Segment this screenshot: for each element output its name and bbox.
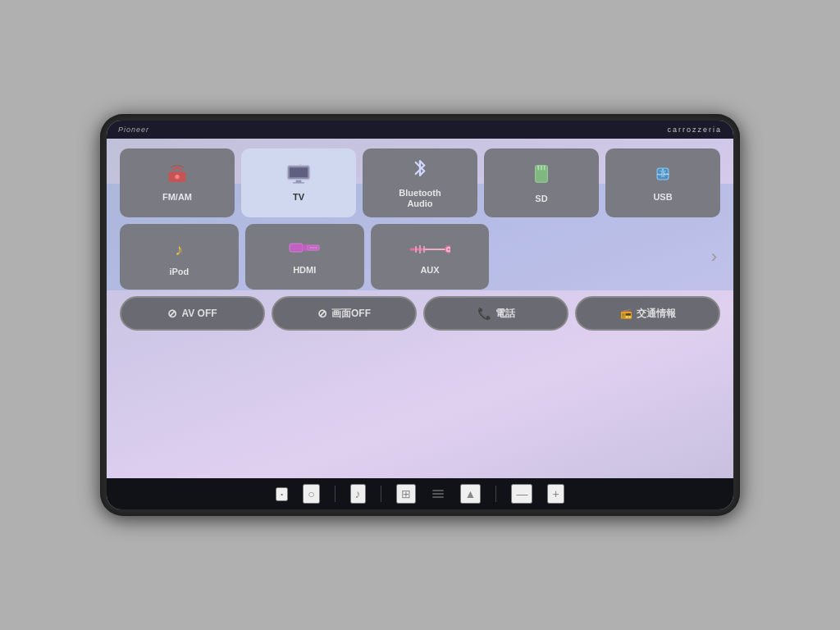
- traffic-button[interactable]: 📻 交通情報: [575, 296, 720, 331]
- usb-button[interactable]: ⊣⊢ USB: [605, 148, 720, 217]
- ctrl-minus[interactable]: —: [511, 484, 532, 504]
- top-bar: Pioneer carrozzeria: [107, 121, 733, 139]
- usb-icon: ⊣⊢: [651, 164, 674, 187]
- svg-rect-6: [290, 167, 308, 177]
- aux-label: AUX: [420, 265, 439, 276]
- screenoff-icon: ⊘: [317, 307, 327, 320]
- fmam-button[interactable]: FM/AM: [120, 148, 235, 217]
- avoff-button[interactable]: ⊘ AV OFF: [120, 296, 265, 331]
- aux-button[interactable]: AUX: [371, 224, 490, 290]
- phone-button[interactable]: 📞 電話: [423, 296, 568, 331]
- car-unit: Pioneer carrozzeria FM/AM: [100, 114, 740, 516]
- ctrl-speaker: [431, 488, 445, 500]
- ctrl-nav[interactable]: ▲: [460, 484, 482, 504]
- phone-icon: 📞: [477, 307, 491, 320]
- avoff-icon: ⊘: [167, 307, 177, 320]
- brand-pioneer: Pioneer: [118, 126, 149, 134]
- hdmi-icon: [288, 239, 321, 260]
- screenoff-button[interactable]: ⊘ 画面OFF: [272, 296, 417, 331]
- ctrl-divider-3: [495, 486, 496, 502]
- hdmi-button[interactable]: HDMI: [245, 224, 364, 290]
- hdmi-label: HDMI: [293, 265, 316, 276]
- control-bar: • ○ ♪ ⊞ ▲ — +: [107, 478, 733, 509]
- screen: Pioneer carrozzeria FM/AM: [107, 121, 733, 509]
- sd-icon: [532, 162, 551, 189]
- action-buttons-row: ⊘ AV OFF ⊘ 画面OFF 📞 電話 📻 交通情報: [120, 296, 720, 331]
- tv-label: TV: [293, 192, 304, 203]
- chevron-right-icon[interactable]: ›: [711, 246, 717, 267]
- bluetooth-label: BluetoothAudio: [399, 188, 441, 209]
- ctrl-dot[interactable]: •: [276, 487, 288, 501]
- aux-icon: [409, 239, 450, 260]
- avoff-label: AV OFF: [181, 308, 217, 319]
- svg-rect-14: [544, 165, 546, 170]
- ctrl-divider-2: [381, 486, 381, 502]
- traffic-icon: 📻: [620, 308, 632, 319]
- phone-label: 電話: [495, 307, 515, 321]
- svg-text:♪: ♪: [175, 240, 183, 258]
- svg-rect-13: [541, 165, 542, 170]
- svg-point-1: [175, 174, 179, 178]
- bluetooth-icon: [409, 157, 431, 183]
- ctrl-divider-1: [335, 486, 336, 502]
- ipod-button[interactable]: ♪ iPod: [120, 224, 239, 290]
- bluetooth-button[interactable]: BluetoothAudio: [363, 148, 477, 217]
- ctrl-music[interactable]: ♪: [350, 484, 366, 504]
- ctrl-grid[interactable]: ⊞: [396, 484, 416, 504]
- svg-rect-4: [296, 180, 302, 182]
- ipod-icon: ♪: [170, 237, 188, 262]
- sd-label: SD: [535, 194, 547, 204]
- traffic-label: 交通情報: [637, 307, 676, 321]
- usb-label: USB: [653, 192, 672, 203]
- ctrl-circle[interactable]: ○: [303, 484, 319, 504]
- fmam-icon: [166, 164, 189, 187]
- screenoff-label: 画面OFF: [331, 307, 371, 321]
- sd-button[interactable]: SD: [484, 148, 599, 217]
- ctrl-plus[interactable]: +: [547, 484, 564, 504]
- grid-row-2: ♪ iPod HDMI: [120, 224, 720, 290]
- svg-rect-12: [537, 165, 539, 170]
- fmam-label: FM/AM: [162, 192, 192, 203]
- svg-rect-5: [293, 182, 304, 183]
- svg-point-17: [662, 168, 664, 171]
- svg-rect-19: [290, 244, 303, 252]
- ipod-label: iPod: [169, 267, 189, 277]
- svg-point-25: [447, 248, 450, 250]
- grid-row-1: FM/AM TV: [120, 148, 720, 217]
- tv-icon: [285, 164, 312, 187]
- brand-carrozzeria: carrozzeria: [667, 126, 722, 134]
- main-content: FM/AM TV: [107, 139, 733, 478]
- tv-button[interactable]: TV: [241, 148, 356, 217]
